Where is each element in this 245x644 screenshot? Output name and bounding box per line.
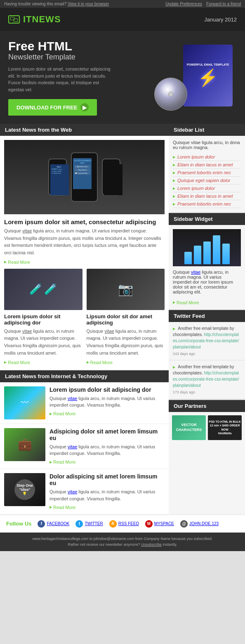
sidebar-list-section: Sidebar List Quisque vitae ligula arcu, … xyxy=(169,124,245,212)
list-link-6[interactable]: Etiam in diam lacus in amet xyxy=(177,194,233,199)
tech-section: Latest News from Internet & Technology 〰… xyxy=(0,369,169,514)
twitter-time-2: 173 days ago xyxy=(173,390,241,395)
download-button[interactable]: DOWNLOAD FOR FREE ▶ xyxy=(8,99,97,116)
phone-screen-2: ENTERTAINMENT APP + Add New Task 🎮 Play … xyxy=(73,158,92,189)
forward-link[interactable]: Forward to a friend xyxy=(206,2,241,6)
hero-title: Free HTML xyxy=(8,39,146,53)
vitae-link-5[interactable]: vitae xyxy=(68,444,77,449)
myspace-icon: M xyxy=(145,520,153,528)
twitter-time-1: 243 days ago xyxy=(173,351,241,357)
article-2-text: Quisque vitae ligula arcu, in rutrum mag… xyxy=(87,328,165,357)
lightning-icon: ⚡ xyxy=(198,68,218,88)
vitae-link-3[interactable]: vitae xyxy=(105,329,114,334)
hero-left: Free HTML Newsletter Template Lorem ipsu… xyxy=(8,39,146,116)
tech-news-header: Latest News from Internet & Technology xyxy=(0,370,169,382)
widget-chart xyxy=(173,229,241,266)
list-link-5[interactable]: Lorem ipsum dolor xyxy=(177,186,215,191)
tech-content-2: Adispicing dolor sit amet lorem limsum e… xyxy=(49,428,165,465)
list-item: Praesent lobortis enim nec xyxy=(173,200,241,208)
article-1-title: Lorem ipsum dolor sit adipiscing dor xyxy=(4,313,82,326)
footer-website: www.heritagechristiancollege.com xyxy=(33,537,89,541)
widget-vitae-link[interactable]: vitae xyxy=(191,270,200,275)
app-item-2: 🎮 Play Games xyxy=(74,168,90,171)
vitae-link-6[interactable]: vitae xyxy=(68,489,77,494)
hero-right: POWERFUL EMAIL TEMPLATE ⚡ xyxy=(146,45,237,111)
rss-social: R RSS FEED xyxy=(109,520,139,528)
twitter-item-2: Another free email template by chocotemp… xyxy=(169,360,245,399)
flask-icon-2: 🧪 xyxy=(44,283,57,295)
trouble-text: Having trouble viewing this email? View … xyxy=(4,2,109,6)
tech-item-1: 〰 Lorem ipsum dolor sit adipiscing dor Q… xyxy=(0,382,169,424)
partner-2[interactable]: PSD TO HTML IN BULK 12 min × $400 ORDER … xyxy=(208,415,242,440)
facebook-link[interactable]: FACEBOOK xyxy=(47,521,69,526)
list-link-3[interactable]: Praesent lobortis enim nec xyxy=(177,170,231,175)
main-article-text: Quisque vitae ligula arcu, in rutrum mag… xyxy=(4,227,165,256)
tech-content-1: Lorem ipsum dolor sit adipiscing dor Qui… xyxy=(49,386,165,419)
product-box: POWERFUL EMAIL TEMPLATE ⚡ xyxy=(183,45,233,107)
phone-mockup-1: MyF... HOWDY, my n... is John Smith I'm … xyxy=(48,159,67,196)
list-link-1[interactable]: Lorem ipsum dolor xyxy=(177,154,215,159)
list-link-4[interactable]: Quisque eget sapien dolor xyxy=(177,178,230,183)
waves-icon: 〰 xyxy=(21,398,29,407)
widget-read-more[interactable]: Read More xyxy=(173,300,199,305)
tech-read-more-3[interactable]: Read More xyxy=(49,505,75,510)
unsubscribe-link[interactable]: Unsubscribe xyxy=(141,542,162,547)
cd-disc xyxy=(154,78,187,111)
vitae-link-1[interactable]: vitae xyxy=(22,228,32,233)
myspace-link[interactable]: MYSPACE xyxy=(154,521,174,526)
arrow-icon: ▶ xyxy=(80,103,89,111)
hero-section: Free HTML Newsletter Template Lorem ipsu… xyxy=(0,31,245,124)
article-1-read-more[interactable]: Read More xyxy=(4,360,30,365)
list-item: Praesent lobortis enim nec xyxy=(173,169,241,177)
twitter-icon: t xyxy=(75,520,83,528)
update-preferences-link[interactable]: Update Preferences xyxy=(165,2,202,6)
tech-image-2: 💼 xyxy=(4,428,45,461)
sidebar-intro: Quisque vitae ligula arcu, in dona eu ru… xyxy=(173,140,241,150)
twitter-feed-header: Twitter Feed xyxy=(169,310,245,322)
article-1-text: Quisque vitae ligula arcu, in rutrum mag… xyxy=(4,328,82,357)
article-2-read-more[interactable]: Read More xyxy=(87,360,113,365)
vitae-link-2[interactable]: vitae xyxy=(22,329,32,334)
sidebar-widget-header: Sidebar Widget xyxy=(169,213,245,225)
partners-section: Our Partners VECTOR CHARACTERS PSD TO HT… xyxy=(169,400,245,443)
myspace-social: M MYSPACE xyxy=(145,520,174,528)
tech-text-3: Quisque vitae ligula arcu, in rutrum mag… xyxy=(49,488,165,502)
phone-screen-1: MyF... HOWDY, my n... is John Smith I'm … xyxy=(50,164,69,195)
rss-link[interactable]: RSS FEED xyxy=(118,521,139,526)
hero-description: Lorem ipsum dolor sit amet, consectetur … xyxy=(8,66,115,93)
step-one-badge: Step One"Idea"💡 xyxy=(14,479,35,500)
footer-unsubscribe-text: Rather not receive our newsletter anymor… xyxy=(68,542,140,547)
top-bar: Having trouble viewing this email? View … xyxy=(0,0,245,8)
tech-read-more-1[interactable]: Read More xyxy=(49,411,75,416)
sidebar-list: Lorem ipsum dolor Etiam in diam lacus in… xyxy=(173,153,241,208)
logo-text: ITNEWS xyxy=(23,14,61,25)
phone-mockup-2: ENTERTAINMENT APP + Add New Task 🎮 Play … xyxy=(71,152,98,202)
follow-us-section: Follow Us f FACEBOOK t TWITTER R RSS FEE… xyxy=(0,514,245,533)
list-link-7[interactable]: Praesent lobortis enim nec xyxy=(177,201,231,206)
product-mockup: POWERFUL EMAIL TEMPLATE ⚡ xyxy=(150,45,233,111)
latest-news-header: Latest News from the Web xyxy=(0,124,169,136)
partner-1[interactable]: VECTOR CHARACTERS xyxy=(172,415,206,440)
flask-icon: 🧪 xyxy=(29,283,42,295)
main-article-read-more[interactable]: Read More xyxy=(4,260,30,265)
list-link-2[interactable]: Etiam in diam lacus in amet xyxy=(177,162,233,167)
follow-us-label: Follow Us xyxy=(6,521,31,527)
hero-subtitle: Newsletter Template xyxy=(8,53,146,62)
camera-icon: 📷 xyxy=(118,282,133,296)
two-col-articles: 🧪 🧪 Lorem ipsum dolor sit adipiscing dor… xyxy=(4,269,165,365)
email-follow-link[interactable]: JOHN.DOE.123 xyxy=(189,521,219,526)
twitter-follow-link[interactable]: TWITTER xyxy=(85,521,103,526)
bar-5 xyxy=(222,244,230,264)
view-browser-link[interactable]: View it in your browser xyxy=(68,2,109,6)
partners-header: Our Partners xyxy=(169,400,245,412)
bottom-footer: www.heritagechristiancollege.com to john… xyxy=(0,533,245,551)
twitter-item-1: Another free email template by chocotemp… xyxy=(169,322,245,361)
header-date: January 2012 xyxy=(204,17,237,23)
tech-read-more-2[interactable]: Read More xyxy=(49,459,75,464)
logo-icon xyxy=(8,15,20,24)
vitae-link-4[interactable]: vitae xyxy=(68,396,77,401)
article-1-image: 🧪 🧪 xyxy=(4,269,82,310)
twitter-feed-section: Twitter Feed Another free email template… xyxy=(169,310,245,399)
article-2-image: 📷 xyxy=(87,269,165,310)
briefcase-icon: 💼 xyxy=(18,438,32,451)
